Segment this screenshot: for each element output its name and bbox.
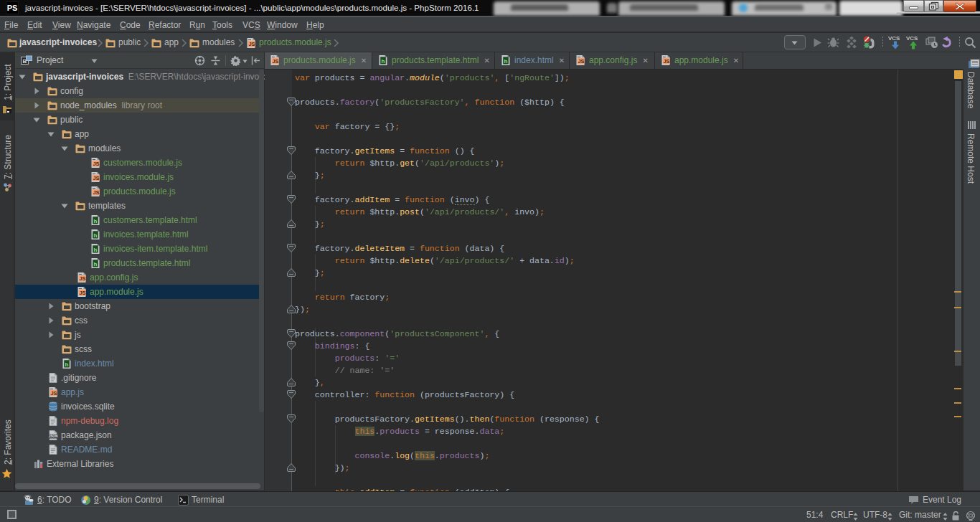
svg-text:h: h [94,232,98,239]
svg-text:JS: JS [79,275,85,282]
svg-text:h: h [504,58,508,65]
svg-text:JS: JS [79,290,85,296]
svg-text:h: h [382,58,385,65]
svg-text:h: h [65,361,69,368]
svg-text:JS: JS [93,189,99,196]
svg-text:JS: JS [663,58,669,65]
svg-text:h: h [94,261,98,267]
svg-text:h: h [94,247,98,253]
svg-text:h: h [94,218,98,224]
svg-text:JS: JS [93,175,99,181]
svg-text:JS: JS [578,58,584,65]
svg-text:JS: JS [93,161,99,167]
svg-text:JS: JS [272,58,278,65]
svg-text:JS: JS [50,390,57,397]
svg-text:JSON: JSON [49,435,58,438]
svg-text:JS: JS [248,41,255,47]
